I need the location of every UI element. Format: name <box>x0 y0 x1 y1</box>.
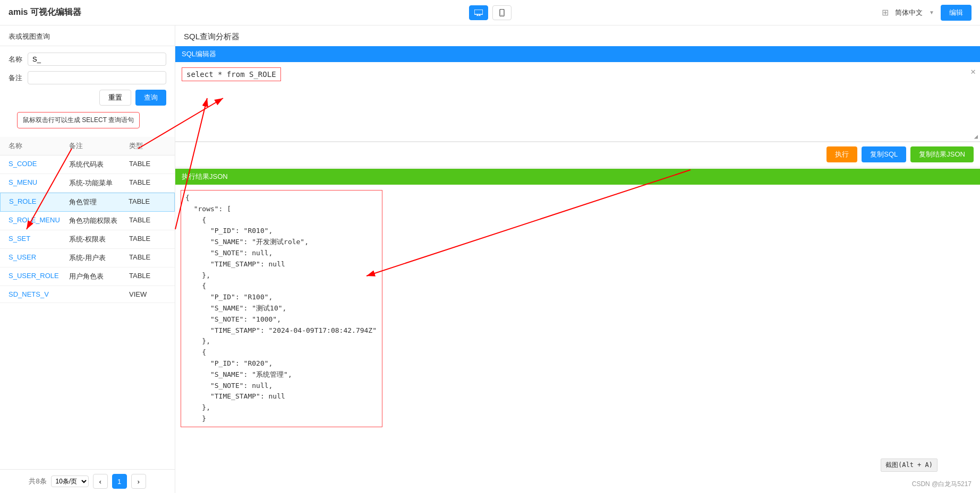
pagination: 共8条 10条/页 20条/页 50条/页 ‹ 1 › <box>0 469 175 493</box>
panel-title: SQL查询分析器 <box>175 25 980 46</box>
table-row[interactable]: S_MENU 系统-功能菜单 TABLE <box>0 174 175 193</box>
result-json: { "rows": [ { "P_ID": "R010", "S_NAME": … <box>185 193 378 425</box>
reset-button[interactable]: 重置 <box>99 90 131 106</box>
execute-button[interactable]: 执行 <box>826 146 857 162</box>
screenshot-label[interactable]: 截图(Alt + A) <box>881 459 938 472</box>
sidebar: 表或视图查询 名称 备注 重置 查询 鼠标双击行可以生成 SELECT 查询语句… <box>0 25 175 493</box>
form-buttons: 重置 查询 <box>8 90 166 106</box>
cell-type: TABLE <box>129 178 166 188</box>
close-icon[interactable]: ✕ <box>970 66 976 76</box>
remark-label: 备注 <box>8 73 28 83</box>
cell-type: TABLE <box>129 253 166 263</box>
cell-name: S_CODE <box>8 160 69 169</box>
table-row[interactable]: S_USER 系统-用户表 TABLE <box>0 249 175 267</box>
name-row: 名称 <box>8 53 166 66</box>
page-size-select[interactable]: 10条/页 20条/页 50条/页 <box>51 475 89 487</box>
table-row[interactable]: S_ROLE 角色管理 TABLE <box>0 193 175 212</box>
result-content[interactable]: { "rows": [ { "P_ID": "R010", "S_NAME": … <box>175 185 980 493</box>
prev-page-btn[interactable]: ‹ <box>93 474 108 489</box>
col-type: 类型 <box>129 141 166 151</box>
name-label: 名称 <box>8 55 28 64</box>
main-layout: 表或视图查询 名称 备注 重置 查询 鼠标双击行可以生成 SELECT 查询语句… <box>0 25 980 493</box>
sql-editor-box[interactable]: select * from S_ROLE <box>182 67 281 81</box>
table-row[interactable]: S_SET 系统-权限表 TABLE <box>0 230 175 249</box>
svg-point-5 <box>501 14 502 15</box>
cell-name: S_USER_ROLE <box>8 272 69 281</box>
cell-remark: 系统-功能菜单 <box>69 178 130 188</box>
mobile-view-btn[interactable] <box>492 5 512 20</box>
col-remark: 备注 <box>69 141 130 151</box>
hint-box: 鼠标双击行可以生成 SELECT 查询语句 <box>17 112 140 128</box>
cell-name: S_USER <box>8 253 69 263</box>
cell-name: S_SET <box>8 235 69 244</box>
result-section: 执行结果JSON { "rows": [ { "P_ID": "R010", "… <box>175 169 980 493</box>
cell-remark: 角色管理 <box>69 197 129 207</box>
resize-handle[interactable]: ◢ <box>974 133 978 140</box>
cell-type: TABLE <box>129 272 166 281</box>
header: amis 可视化编辑器 ⊞ 简体中文 ▼ 编辑 <box>0 0 980 25</box>
grid-icon: ⊞ <box>882 7 889 18</box>
svg-rect-0 <box>474 10 483 14</box>
copy-sql-button[interactable]: 复制SQL <box>862 146 906 162</box>
edit-button[interactable]: 编辑 <box>941 5 972 21</box>
sql-text[interactable]: select * from S_ROLE <box>186 70 276 79</box>
result-box: { "rows": [ { "P_ID": "R010", "S_NAME": … <box>181 190 382 427</box>
lang-arrow-icon: ▼ <box>929 10 934 15</box>
table-row[interactable]: S_CODE 系统代码表 TABLE <box>0 155 175 174</box>
cell-name: S_ROLE_MENU <box>8 216 69 226</box>
query-button[interactable]: 查询 <box>135 90 166 106</box>
cell-name: SD_NETS_V <box>8 290 69 298</box>
cell-type: TABLE <box>129 160 166 169</box>
current-page: 1 <box>112 474 127 489</box>
name-input[interactable] <box>28 53 166 66</box>
total-count: 共8条 <box>29 477 46 486</box>
cell-name: S_ROLE <box>9 197 69 207</box>
table-row[interactable]: SD_NETS_V VIEW <box>0 286 175 303</box>
cell-type: VIEW <box>129 290 166 298</box>
sql-buttons: 执行 复制SQL 复制结果JSON <box>175 142 980 167</box>
remark-row: 备注 <box>8 71 166 84</box>
cell-type: TABLE <box>129 235 166 244</box>
sidebar-form: 名称 备注 重置 查询 <box>0 46 175 112</box>
header-right: ⊞ 简体中文 ▼ 编辑 <box>882 5 972 21</box>
sql-editor-header: SQL编辑器 <box>175 46 980 62</box>
result-header: 执行结果JSON <box>175 169 980 185</box>
cell-remark: 用户角色表 <box>69 272 130 281</box>
cell-remark <box>69 290 130 298</box>
cell-remark: 系统-用户表 <box>69 253 130 263</box>
copy-json-button[interactable]: 复制结果JSON <box>910 146 974 162</box>
view-switcher <box>469 5 512 20</box>
desktop-view-btn[interactable] <box>469 5 488 20</box>
language-selector[interactable]: 简体中文 <box>895 8 923 18</box>
app-logo: amis 可视化编辑器 <box>8 7 81 18</box>
table-header: 名称 备注 类型 <box>0 137 175 155</box>
sql-editor-area: select * from S_ROLE ✕ ◢ <box>175 62 980 142</box>
watermark: CSDN @白龙马5217 <box>912 480 972 489</box>
cell-type: TABLE <box>129 197 166 207</box>
cell-type: TABLE <box>129 216 166 226</box>
sql-section: SQL编辑器 select * from S_ROLE ✕ ◢ 执行 复制SQL… <box>175 46 980 167</box>
remark-input[interactable] <box>28 71 166 84</box>
table-row[interactable]: S_ROLE_MENU 角色功能权限表 TABLE <box>0 212 175 230</box>
cell-remark: 系统-权限表 <box>69 235 130 244</box>
table-row[interactable]: S_USER_ROLE 用户角色表 TABLE <box>0 267 175 286</box>
cell-remark: 角色功能权限表 <box>69 216 130 226</box>
cell-name: S_MENU <box>8 178 69 188</box>
col-name: 名称 <box>8 141 69 151</box>
next-page-btn[interactable]: › <box>131 474 146 489</box>
right-panel: SQL查询分析器 SQL编辑器 select * from S_ROLE ✕ ◢… <box>175 25 980 493</box>
table-body: S_CODE 系统代码表 TABLE S_MENU 系统-功能菜单 TABLE … <box>0 155 175 469</box>
cell-remark: 系统代码表 <box>69 160 130 169</box>
sidebar-title: 表或视图查询 <box>0 25 175 46</box>
